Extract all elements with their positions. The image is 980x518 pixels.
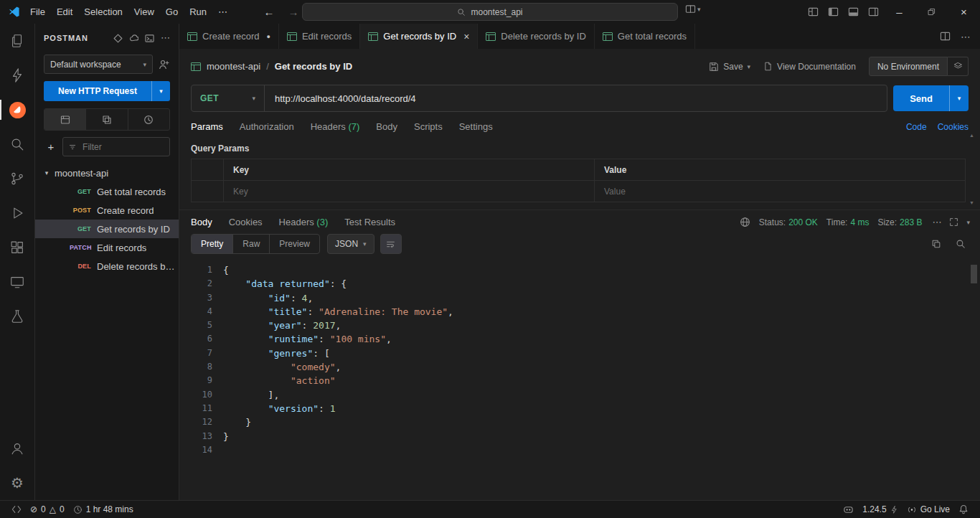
testing-icon[interactable] — [0, 299, 34, 334]
forward-button[interactable]: → — [285, 6, 302, 18]
key-input[interactable]: Key — [224, 181, 595, 202]
editor-tab[interactable]: Get total records — [595, 24, 695, 49]
view-documentation-button[interactable]: View Documentation — [763, 62, 856, 72]
request-tab[interactable]: Headers (7) — [311, 121, 360, 132]
more-actions-icon[interactable]: ⋯ — [932, 217, 941, 227]
chevron-down-icon[interactable]: ▾ — [151, 81, 170, 101]
tab-history[interactable] — [128, 109, 169, 130]
session-timer[interactable]: 1 hr 48 mins — [69, 504, 138, 514]
remote-explorer-icon[interactable] — [0, 265, 34, 299]
chevron-expanded-icon[interactable]: ▾ — [42, 169, 51, 176]
split-editor-icon[interactable] — [940, 31, 951, 42]
request-item[interactable]: GETGet total records — [35, 182, 179, 201]
breadcrumb-collection[interactable]: moontest-api — [207, 61, 260, 72]
response-tab[interactable]: Body — [191, 217, 212, 227]
method-selector[interactable]: GET ▾ — [192, 85, 265, 111]
chevron-down-icon[interactable]: ▾ — [949, 85, 969, 111]
explorer-icon[interactable] — [0, 24, 34, 58]
command-center-search[interactable]: moontest_api — [302, 3, 678, 21]
add-button[interactable]: + — [44, 138, 58, 156]
invite-user-icon[interactable] — [159, 59, 170, 70]
thunder-client-icon[interactable] — [0, 58, 34, 93]
response-body-viewer[interactable]: 1{2 "data returned": {3 "id": 4,4 "title… — [179, 260, 980, 500]
problems-indicator[interactable]: ⊘ 0 △ 0 — [26, 504, 69, 514]
menu-item[interactable]: Edit — [51, 6, 78, 17]
response-tab[interactable]: Test Results — [344, 217, 395, 227]
workspace-selector[interactable]: Default workspace ▾ — [44, 55, 153, 74]
go-live-button[interactable]: Go Live — [903, 504, 954, 514]
environment-quick-look-button[interactable] — [948, 57, 969, 76]
account-icon[interactable] — [0, 431, 34, 466]
view-mode-pretty[interactable]: Pretty — [192, 235, 233, 253]
send-button[interactable]: Send ▾ — [893, 85, 969, 111]
editor-tab[interactable]: Get records by ID× — [360, 24, 478, 49]
menu-item[interactable]: Run — [184, 6, 212, 17]
remote-indicator[interactable] — [7, 504, 26, 514]
menu-item[interactable]: File — [24, 6, 51, 17]
toggle-sidebar-icon[interactable] — [823, 0, 843, 24]
scroll-down-arrow[interactable]: ▼ — [969, 200, 974, 205]
view-mode-preview[interactable]: Preview — [270, 235, 319, 253]
search-icon[interactable] — [0, 127, 34, 161]
run-debug-icon[interactable] — [0, 196, 34, 230]
settings-gear-icon[interactable]: ⚙ — [0, 466, 34, 500]
globe-icon[interactable] — [740, 217, 750, 227]
close-button[interactable]: × — [948, 0, 980, 24]
notifications-bell[interactable] — [954, 504, 973, 514]
minimize-button[interactable]: – — [883, 0, 915, 24]
chevron-down-icon[interactable]: ▾ — [748, 63, 751, 70]
extensions-icon[interactable] — [0, 230, 34, 265]
customize-layout-icon[interactable] — [803, 0, 823, 24]
menu-item[interactable]: ⋯ — [212, 6, 233, 17]
source-control-icon[interactable] — [0, 161, 34, 196]
collapse-response-icon[interactable]: ▾ — [966, 219, 970, 226]
menu-item[interactable]: Go — [160, 6, 184, 17]
toggle-secondary-sidebar-icon[interactable] — [863, 0, 883, 24]
link-cookies[interactable]: Cookies — [938, 122, 969, 132]
request-item[interactable]: DELDelete records by ID — [35, 257, 179, 276]
response-scrollbar-thumb[interactable] — [971, 265, 977, 283]
expand-icon[interactable] — [949, 217, 958, 227]
collection-item[interactable]: ▾ moontest-api — [35, 164, 179, 182]
request-item[interactable]: POSTCreate record — [35, 201, 179, 220]
environment-selector[interactable]: No Environment — [869, 57, 948, 76]
request-tab[interactable]: Scripts — [414, 121, 443, 132]
request-tab[interactable]: Body — [376, 121, 397, 132]
save-button[interactable]: Save ▾ — [709, 62, 750, 72]
back-button[interactable]: ← — [260, 6, 278, 18]
extension-version-indicator[interactable]: 1.24.5 — [858, 504, 902, 514]
postman-icon[interactable] — [0, 93, 34, 127]
view-mode-raw[interactable]: Raw — [233, 235, 270, 253]
link-code[interactable]: Code — [906, 122, 927, 132]
params-scrollbar[interactable]: ▲▼ — [968, 133, 976, 205]
row-checkbox-cell[interactable] — [192, 181, 224, 202]
request-item[interactable]: PATCHEdit records — [35, 238, 179, 257]
filter-input[interactable] — [81, 141, 164, 153]
format-dropdown[interactable]: JSON ▾ — [327, 234, 374, 254]
copy-icon[interactable] — [931, 239, 941, 249]
new-http-request-button[interactable]: New HTTP Request ▾ — [44, 81, 170, 101]
tab-collections[interactable] — [44, 109, 86, 130]
editor-tab[interactable]: Create record● — [179, 24, 279, 49]
api-network-icon[interactable] — [113, 34, 123, 43]
cloud-icon[interactable] — [129, 34, 138, 43]
scroll-up-arrow[interactable]: ▲ — [969, 133, 974, 138]
request-tab[interactable]: Settings — [459, 121, 493, 132]
request-tab[interactable]: Authorization — [240, 121, 294, 132]
word-wrap-button[interactable] — [380, 234, 402, 254]
close-tab-icon[interactable]: × — [463, 31, 469, 42]
value-input[interactable]: Value — [595, 181, 965, 202]
tab-environments[interactable] — [86, 109, 128, 130]
response-tab[interactable]: Cookies — [229, 217, 263, 227]
toggle-panel-icon[interactable] — [843, 0, 863, 24]
menu-item[interactable]: Selection — [78, 6, 128, 17]
search-body-icon[interactable] — [956, 239, 966, 249]
request-item[interactable]: GETGet records by ID — [35, 220, 179, 238]
request-tab[interactable]: Params — [191, 121, 223, 132]
menu-item[interactable]: View — [128, 6, 160, 17]
url-input[interactable]: http://localhost:4000/data/record/4 — [265, 93, 426, 104]
editor-tab[interactable]: Delete records by ID — [478, 24, 595, 49]
copilot-indicator[interactable] — [839, 504, 858, 515]
response-tab[interactable]: Headers (3) — [279, 217, 329, 227]
restore-button[interactable] — [915, 0, 948, 24]
